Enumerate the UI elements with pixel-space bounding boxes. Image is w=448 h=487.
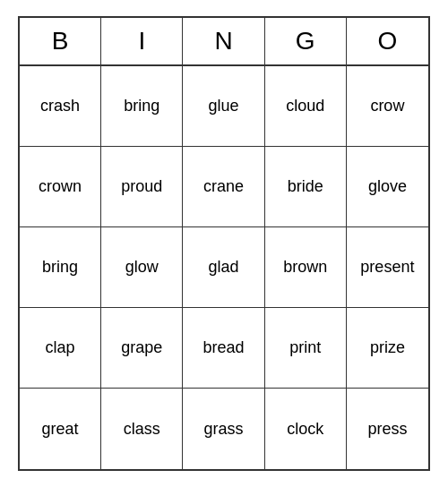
header-letter-n: N	[183, 18, 264, 64]
bingo-cell-6: proud	[101, 147, 183, 227]
bingo-cell-3: cloud	[265, 66, 347, 147]
bingo-cell-15: clap	[20, 308, 101, 389]
bingo-cell-13: brown	[265, 227, 347, 308]
bingo-cell-23: clock	[265, 389, 347, 469]
header-letter-o: O	[347, 18, 428, 64]
bingo-cell-7: crane	[183, 147, 264, 227]
bingo-cell-17: bread	[183, 308, 264, 389]
bingo-cell-24: press	[347, 389, 428, 469]
bingo-cell-9: glove	[347, 147, 428, 227]
bingo-cell-10: bring	[20, 227, 101, 308]
header-letter-i: I	[101, 18, 183, 64]
header-letter-g: G	[265, 18, 347, 64]
bingo-cell-0: crash	[20, 66, 101, 147]
bingo-cell-5: crown	[20, 147, 101, 227]
bingo-cell-12: glad	[183, 227, 264, 308]
bingo-cell-1: bring	[101, 66, 183, 147]
bingo-cell-21: class	[101, 389, 183, 469]
bingo-card: BINGO crashbringgluecloudcrowcrownproudc…	[18, 16, 430, 471]
bingo-cell-16: grape	[101, 308, 183, 389]
bingo-cell-14: present	[347, 227, 428, 308]
bingo-cell-2: glue	[183, 66, 264, 147]
bingo-cell-18: print	[265, 308, 347, 389]
bingo-header: BINGO	[20, 18, 428, 66]
header-letter-b: B	[20, 18, 101, 64]
bingo-cell-19: prize	[347, 308, 428, 389]
bingo-grid: crashbringgluecloudcrowcrownproudcranebr…	[20, 66, 428, 469]
bingo-cell-4: crow	[347, 66, 428, 147]
bingo-cell-11: glow	[101, 227, 183, 308]
bingo-cell-20: great	[20, 389, 101, 469]
bingo-cell-8: bride	[265, 147, 347, 227]
bingo-cell-22: grass	[183, 389, 264, 469]
